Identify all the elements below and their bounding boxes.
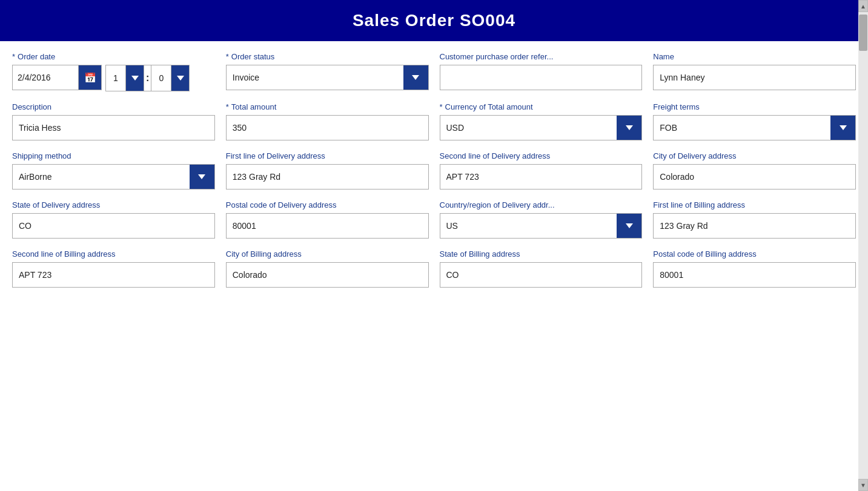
form-area: *Order date 📅 : (0, 41, 868, 490)
delivery-line1-group: First line of Delivery address (226, 151, 429, 189)
name-group: Name (653, 52, 856, 91)
required-star: * (12, 52, 15, 61)
scroll-up-button[interactable]: ▲ (858, 0, 868, 12)
scroll-thumb[interactable] (859, 15, 867, 51)
customer-po-ref-group: Customer purchase order refer... (440, 52, 643, 91)
freight-select-wrapper (653, 115, 856, 140)
page-header: Sales Order SO004 (0, 0, 868, 41)
min-select (151, 65, 190, 91)
currency-select-wrapper (440, 115, 643, 140)
billing-line1-group: First line of Billing address (653, 200, 856, 239)
billing-postal-group: Postal code of Billing address (653, 249, 856, 288)
delivery-country-input[interactable] (440, 213, 617, 239)
order-date-label: *Order date (12, 52, 215, 61)
order-status-label: *Order status (226, 52, 429, 61)
shipping-method-label: Shipping method (12, 151, 215, 160)
time-group: : (105, 65, 190, 91)
country-select-wrapper (440, 213, 643, 239)
delivery-line2-input[interactable] (440, 164, 643, 189)
delivery-state-label: State of Delivery address (12, 200, 215, 209)
date-input-group: 📅 : (12, 65, 215, 91)
order-date-input[interactable] (12, 65, 79, 90)
hour-input[interactable] (106, 65, 125, 91)
billing-city-label: City of Billing address (226, 249, 429, 259)
order-status-group: *Order status (226, 52, 429, 91)
country-chevron-icon (626, 223, 633, 228)
delivery-postal-group: Postal code of Delivery address (226, 200, 429, 239)
billing-postal-input[interactable] (653, 262, 856, 288)
currency-input[interactable] (440, 115, 617, 140)
scrollbar-track: ▲ ▼ (858, 0, 868, 491)
currency-dropdown-button[interactable] (617, 115, 642, 140)
shipping-method-group: Shipping method (12, 151, 215, 189)
delivery-line1-input[interactable] (226, 164, 429, 189)
delivery-line2-label: Second line of Delivery address (440, 151, 643, 160)
customer-po-ref-input[interactable] (440, 65, 643, 90)
delivery-postal-input[interactable] (226, 213, 429, 239)
shipping-select-wrapper (12, 164, 215, 189)
description-input[interactable] (12, 115, 215, 140)
total-amount-label: *Total amount (226, 102, 429, 111)
page-title: Sales Order SO004 (353, 11, 515, 30)
form-row-4: State of Delivery address Postal code of… (12, 200, 856, 239)
min-arrow-button[interactable] (171, 65, 189, 91)
shipping-method-input[interactable] (12, 164, 190, 189)
freight-terms-input[interactable] (653, 115, 830, 140)
order-status-input[interactable] (226, 65, 403, 90)
currency-total-amount-group: *Currency of Total amount (440, 102, 643, 140)
form-row-3: Shipping method First line of Delivery a… (12, 151, 856, 189)
freight-terms-label: Freight terms (653, 102, 856, 111)
delivery-state-group: State of Delivery address (12, 200, 215, 239)
min-chevron-icon (177, 76, 184, 81)
billing-state-group: State of Billing address (440, 249, 643, 288)
customer-po-ref-label: Customer purchase order refer... (440, 52, 643, 61)
currency-total-amount-label: *Currency of Total amount (440, 102, 643, 111)
order-date-group: *Order date 📅 : (12, 52, 215, 91)
delivery-country-label: Country/region of Delivery addr... (440, 200, 643, 209)
form-row-5: Second line of Billing address City of B… (12, 249, 856, 288)
delivery-state-input[interactable] (12, 213, 215, 239)
billing-state-input[interactable] (440, 262, 643, 288)
name-label: Name (653, 52, 856, 61)
billing-city-input[interactable] (226, 262, 429, 288)
total-amount-input[interactable] (226, 115, 429, 140)
name-input[interactable] (653, 65, 856, 90)
hour-arrow-button[interactable] (125, 65, 144, 91)
billing-postal-label: Postal code of Billing address (653, 249, 856, 259)
required-star: * (440, 102, 443, 111)
description-label: Description (12, 102, 215, 111)
delivery-postal-label: Postal code of Delivery address (226, 200, 429, 209)
billing-line2-input[interactable] (12, 262, 215, 288)
form-row-1: *Order date 📅 : (12, 52, 856, 91)
required-star: * (226, 102, 229, 111)
freight-terms-group: Freight terms (653, 102, 856, 140)
hour-select (105, 65, 144, 91)
order-status-chevron-icon (412, 75, 419, 80)
required-star: * (226, 52, 229, 61)
delivery-city-label: City of Delivery address (653, 151, 856, 160)
delivery-city-input[interactable] (653, 164, 856, 189)
billing-line1-label: First line of Billing address (653, 200, 856, 209)
min-input[interactable] (151, 65, 171, 91)
calendar-button[interactable]: 📅 (79, 65, 102, 90)
page-container: Sales Order SO004 *Order date 📅 (0, 0, 868, 491)
shipping-chevron-icon (198, 174, 205, 179)
shipping-method-dropdown-button[interactable] (190, 164, 215, 189)
delivery-country-dropdown-button[interactable] (617, 213, 642, 239)
delivery-city-group: City of Delivery address (653, 151, 856, 189)
time-separator: : (144, 65, 151, 91)
billing-line1-input[interactable] (653, 213, 856, 239)
freight-terms-dropdown-button[interactable] (830, 115, 856, 140)
scroll-down-button[interactable]: ▼ (858, 479, 868, 491)
order-status-dropdown-button[interactable] (403, 65, 429, 90)
freight-chevron-icon (840, 125, 847, 130)
billing-line2-label: Second line of Billing address (12, 249, 215, 259)
delivery-line1-label: First line of Delivery address (226, 151, 429, 160)
billing-line2-group: Second line of Billing address (12, 249, 215, 288)
billing-city-group: City of Billing address (226, 249, 429, 288)
order-status-select-wrapper (226, 65, 429, 90)
currency-chevron-icon (626, 125, 633, 130)
hour-chevron-icon (131, 76, 139, 81)
description-group: Description (12, 102, 215, 140)
billing-state-label: State of Billing address (440, 249, 643, 259)
